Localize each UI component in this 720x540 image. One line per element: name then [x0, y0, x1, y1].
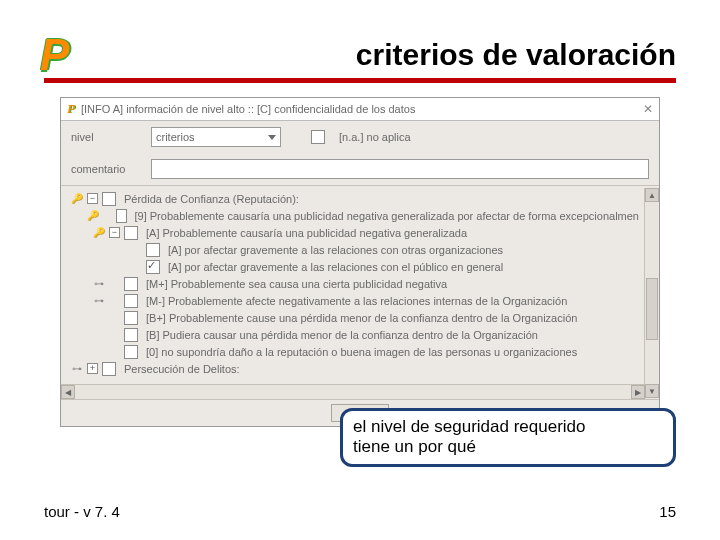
- tree-label: [B] Pudiera causar una pérdida menor de …: [146, 329, 538, 341]
- tree-node[interactable]: ⊶[M-] Probablemente afecte negativamente…: [67, 292, 639, 309]
- tree-checkbox[interactable]: [124, 345, 138, 359]
- key-icon: ⊶: [93, 295, 105, 306]
- dialog-title: [INFO A] información de nivel alto :: [C…: [81, 103, 415, 115]
- label-na: [n.a.] no aplica: [339, 131, 411, 143]
- checkbox-na[interactable]: [311, 130, 325, 144]
- tree-node[interactable]: [B] Pudiera causar una pérdida menor de …: [67, 326, 639, 343]
- tree-node[interactable]: [A] por afectar gravemente a las relacio…: [67, 258, 639, 275]
- separator: [61, 185, 659, 186]
- tree-node[interactable]: [B+] Probablemente cause una pérdida men…: [67, 309, 639, 326]
- tree-checkbox[interactable]: [124, 226, 138, 240]
- tree-label: [M+] Probablemente sea causa una cierta …: [146, 278, 447, 290]
- callout-box: el nivel de seguridad requerido tiene un…: [340, 408, 676, 467]
- scroll-right-icon[interactable]: ▶: [631, 385, 645, 399]
- tree-checkbox[interactable]: [124, 294, 138, 308]
- tree-label: [M-] Probablemente afecte negativamente …: [146, 295, 567, 307]
- scroll-down-icon[interactable]: ▼: [645, 384, 659, 398]
- app-icon: P: [67, 101, 75, 117]
- close-icon[interactable]: ✕: [643, 102, 653, 116]
- tree-node[interactable]: [A] por afectar gravemente a las relacio…: [67, 241, 639, 258]
- tree-checkbox[interactable]: [146, 243, 160, 257]
- tree-node[interactable]: 🔑−Pérdida de Confianza (Reputación):: [67, 190, 639, 207]
- input-comentario[interactable]: [151, 159, 649, 179]
- key-icon: 🔑: [87, 210, 99, 221]
- tree-node[interactable]: 🔑[9] Probablemente causaría una publicid…: [67, 207, 639, 224]
- collapse-icon[interactable]: −: [87, 193, 98, 204]
- scroll-left-icon[interactable]: ◀: [61, 385, 75, 399]
- dialog-titlebar: P [INFO A] información de nivel alto :: …: [61, 98, 659, 121]
- key-icon: ⊶: [71, 363, 83, 374]
- tree-node[interactable]: ⊶[M+] Probablemente sea causa una cierta…: [67, 275, 639, 292]
- row-nivel: nivel criterios [n.a.] no aplica: [61, 121, 659, 153]
- tree-checkbox[interactable]: [124, 277, 138, 291]
- criteria-tree[interactable]: 🔑−Pérdida de Confianza (Reputación):🔑[9]…: [61, 188, 645, 398]
- key-icon: 🔑: [93, 227, 105, 238]
- tree-node[interactable]: ⊶+Persecución de Delitos:: [67, 360, 639, 377]
- scroll-up-icon[interactable]: ▲: [645, 188, 659, 202]
- key-icon: 🔑: [71, 193, 83, 204]
- tree-checkbox[interactable]: [124, 311, 138, 325]
- collapse-icon[interactable]: −: [109, 227, 120, 238]
- expand-icon[interactable]: +: [87, 363, 98, 374]
- tree-checkbox[interactable]: [102, 362, 116, 376]
- tree-label: [0] no supondría daño a la reputación o …: [146, 346, 577, 358]
- tree-checkbox[interactable]: [146, 260, 160, 274]
- tree-checkbox[interactable]: [124, 328, 138, 342]
- callout-line-1: el nivel de seguridad requerido: [353, 417, 663, 437]
- logo: P: [40, 30, 69, 80]
- key-icon: ⊶: [93, 278, 105, 289]
- tree-node[interactable]: 🔑−[A] Probablemente causaría una publici…: [67, 224, 639, 241]
- tree-checkbox[interactable]: [116, 209, 127, 223]
- row-comentario: comentario: [61, 153, 659, 185]
- title-underline: [44, 78, 676, 83]
- footer-version: tour - v 7. 4: [44, 503, 120, 520]
- select-nivel[interactable]: criterios: [151, 127, 281, 147]
- tree-label: Pérdida de Confianza (Reputación):: [124, 193, 299, 205]
- tree-label: Persecución de Delitos:: [124, 363, 240, 375]
- tree-label: [B+] Probablemente cause una pérdida men…: [146, 312, 577, 324]
- vertical-scrollbar[interactable]: ▲ ▼: [644, 188, 659, 398]
- footer-page-number: 15: [659, 503, 676, 520]
- tree-label: [A] por afectar gravemente a las relacio…: [168, 261, 503, 273]
- tree-label: [A] por afectar gravemente a las relacio…: [168, 244, 503, 256]
- select-value: criterios: [156, 131, 195, 143]
- page-title: criterios de valoración: [44, 26, 676, 72]
- screenshot-dialog: P [INFO A] información de nivel alto :: …: [60, 97, 660, 427]
- label-comentario: comentario: [71, 163, 141, 175]
- tree-node[interactable]: [0] no supondría daño a la reputación o …: [67, 343, 639, 360]
- horizontal-scrollbar[interactable]: ◀ ▶: [61, 384, 645, 399]
- scroll-thumb[interactable]: [646, 278, 658, 340]
- tree-label: [9] Probablemente causaría una publicida…: [135, 210, 640, 222]
- label-nivel: nivel: [71, 131, 141, 143]
- tree-checkbox[interactable]: [102, 192, 116, 206]
- chevron-down-icon: [268, 135, 276, 140]
- callout-line-2: tiene un por qué: [353, 437, 663, 457]
- tree-label: [A] Probablemente causaría una publicida…: [146, 227, 467, 239]
